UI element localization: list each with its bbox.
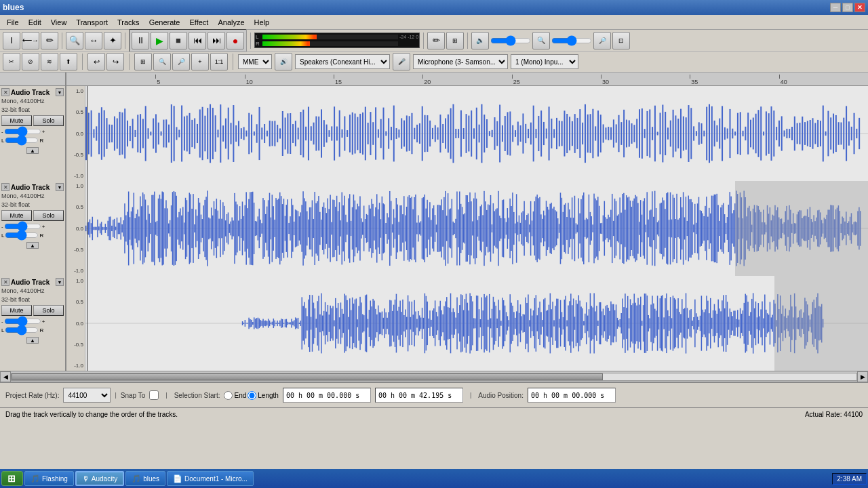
zoom-in-btn[interactable]: 🔍 bbox=[532, 32, 550, 49]
taskbar-document[interactable]: 📄 Document1 - Micro... bbox=[167, 471, 254, 486]
svg-rect-679 bbox=[570, 218, 572, 239]
menu-transport[interactable]: Transport bbox=[72, 17, 112, 28]
svg-rect-1102 bbox=[495, 306, 496, 341]
undo-btn[interactable]: ↩ bbox=[87, 53, 105, 70]
taskbar-audacity[interactable]: 🎙 Audacity bbox=[75, 471, 124, 486]
audio-host-select[interactable]: MME bbox=[238, 54, 272, 69]
audio-position-field[interactable]: 00 h 00 m 00.000 s bbox=[528, 388, 616, 403]
svg-rect-1068 bbox=[452, 312, 453, 334]
track-1-close[interactable]: ✕ bbox=[1, 88, 9, 96]
zoom-tool-button[interactable]: 🔍 bbox=[66, 32, 83, 49]
svg-rect-37 bbox=[176, 127, 177, 140]
pause-button[interactable]: ⏸ bbox=[132, 32, 149, 49]
restore-button[interactable]: □ bbox=[842, 3, 853, 12]
svg-rect-810 bbox=[740, 192, 741, 264]
draw-tool-button[interactable]: ✏ bbox=[41, 32, 58, 49]
skip-start-button[interactable]: ⏮ bbox=[189, 32, 206, 49]
skip-end-button[interactable]: ⏭ bbox=[208, 32, 225, 49]
input-channels-select[interactable]: 1 (Mono) Inpu... bbox=[511, 54, 578, 69]
selection-tool-button[interactable]: I bbox=[3, 32, 20, 49]
loudness-btn[interactable]: ≋ bbox=[41, 53, 58, 70]
snap-button[interactable]: ⊞ bbox=[446, 32, 464, 49]
zoom-slider[interactable] bbox=[551, 36, 592, 45]
svg-rect-1304 bbox=[757, 317, 758, 329]
trim-btn[interactable]: ✂ bbox=[3, 53, 20, 70]
volume-down-btn[interactable]: 🔈 bbox=[471, 32, 489, 49]
selection-length-field[interactable]: 00 h 00 m 42.195 s bbox=[375, 388, 463, 403]
track-3-close[interactable]: ✕ bbox=[1, 278, 9, 286]
minimize-button[interactable]: ─ bbox=[830, 3, 841, 12]
zoom-normal-btn[interactable]: 1:1 bbox=[210, 53, 228, 70]
stop-button[interactable]: ■ bbox=[170, 32, 187, 49]
track-1-solo[interactable]: Solo bbox=[33, 115, 64, 126]
svg-rect-214 bbox=[633, 125, 635, 142]
redo-btn[interactable]: ↪ bbox=[106, 53, 124, 70]
taskbar-blues[interactable]: 🎵 blues bbox=[125, 471, 165, 486]
track-3-solo[interactable]: Solo bbox=[33, 305, 64, 316]
selection-start-field[interactable]: 00 h 00 m 00.000 s bbox=[283, 388, 371, 403]
track-2-pan-slider[interactable] bbox=[5, 231, 39, 239]
draw2-button[interactable]: ✏ bbox=[427, 32, 445, 49]
track-3-pan-right: R bbox=[39, 327, 43, 333]
svg-rect-822 bbox=[755, 212, 757, 244]
zoom-sel-btn[interactable]: 🔍 bbox=[153, 53, 171, 70]
play-button[interactable]: ▶ bbox=[151, 32, 168, 49]
zoom-out2-btn[interactable]: 🔎 bbox=[172, 53, 190, 70]
normalize-btn[interactable]: ⬆ bbox=[60, 53, 77, 70]
taskbar-flashing[interactable]: 🎵 Flashing bbox=[24, 471, 74, 486]
svg-rect-943 bbox=[290, 322, 291, 324]
svg-rect-820 bbox=[753, 209, 754, 248]
menu-generate[interactable]: Generate bbox=[145, 17, 184, 28]
track-2-close[interactable]: ✕ bbox=[1, 183, 9, 191]
multi-tool-button[interactable]: ✦ bbox=[104, 32, 121, 49]
input-device-select[interactable]: Microphone (3- Samson... bbox=[413, 54, 508, 69]
track-3-dropdown[interactable]: ▼ bbox=[56, 278, 64, 286]
track-3-pan-slider[interactable] bbox=[5, 326, 39, 334]
h-scrollbar-thumb[interactable] bbox=[12, 373, 603, 380]
timeshift-tool-button[interactable]: ↔ bbox=[85, 32, 102, 49]
svg-rect-672 bbox=[561, 198, 563, 259]
track-1-pan-slider[interactable] bbox=[5, 136, 39, 144]
menu-analyze[interactable]: Analyze bbox=[214, 17, 248, 28]
end-radio[interactable] bbox=[224, 391, 233, 400]
track-3-header: ✕ Audio Track ▼ bbox=[1, 278, 64, 286]
snap-to-checkbox[interactable] bbox=[149, 390, 159, 400]
track-2-mute[interactable]: Mute bbox=[1, 210, 32, 221]
envelope-tool-button[interactable]: ⟵→ bbox=[22, 32, 39, 49]
svg-rect-218 bbox=[644, 129, 646, 138]
menu-view[interactable]: View bbox=[47, 17, 71, 28]
record-button[interactable]: ● bbox=[226, 32, 244, 49]
svg-rect-268 bbox=[773, 110, 774, 157]
menu-effect[interactable]: Effect bbox=[186, 17, 213, 28]
svg-rect-995 bbox=[357, 319, 358, 327]
zoom-out-btn[interactable]: 🔎 bbox=[593, 32, 611, 49]
scroll-right-btn[interactable]: ▶ bbox=[857, 371, 868, 382]
track-3-expand-btn[interactable]: ▲ bbox=[26, 337, 39, 344]
track-2-solo[interactable]: Solo bbox=[33, 210, 64, 221]
project-rate-select[interactable]: 44100 bbox=[63, 388, 111, 403]
svg-rect-1255 bbox=[693, 317, 694, 329]
menu-edit[interactable]: Edit bbox=[24, 17, 45, 28]
close-button[interactable]: ✕ bbox=[854, 3, 865, 12]
track-1-expand-btn[interactable]: ▲ bbox=[26, 147, 39, 154]
menu-help[interactable]: Help bbox=[250, 17, 274, 28]
start-button[interactable]: ⊞ bbox=[1, 471, 23, 486]
fit-project-btn[interactable]: ⊞ bbox=[134, 53, 152, 70]
volume-slider[interactable] bbox=[490, 36, 531, 45]
svg-rect-444 bbox=[267, 207, 268, 251]
track-1-dropdown[interactable]: ▼ bbox=[56, 88, 64, 96]
zoom-in2-btn[interactable]: + bbox=[191, 53, 209, 70]
svg-rect-1073 bbox=[458, 313, 459, 333]
menu-tracks[interactable]: Tracks bbox=[113, 17, 144, 28]
scroll-left-btn[interactable]: ◀ bbox=[0, 371, 11, 382]
track-2-dropdown[interactable]: ▼ bbox=[56, 183, 64, 191]
track-3-mute[interactable]: Mute bbox=[1, 305, 32, 316]
menu-file[interactable]: File bbox=[3, 17, 23, 28]
zoom-fit-btn[interactable]: ⊡ bbox=[612, 32, 630, 49]
track-1-mute[interactable]: Mute bbox=[1, 115, 32, 126]
svg-rect-458 bbox=[285, 216, 286, 241]
output-device-select[interactable]: Speakers (Conexant Hi... bbox=[295, 54, 390, 69]
track-2-expand-btn[interactable]: ▲ bbox=[26, 242, 39, 249]
silence-btn[interactable]: ⊘ bbox=[22, 53, 39, 70]
length-radio[interactable] bbox=[248, 391, 256, 400]
